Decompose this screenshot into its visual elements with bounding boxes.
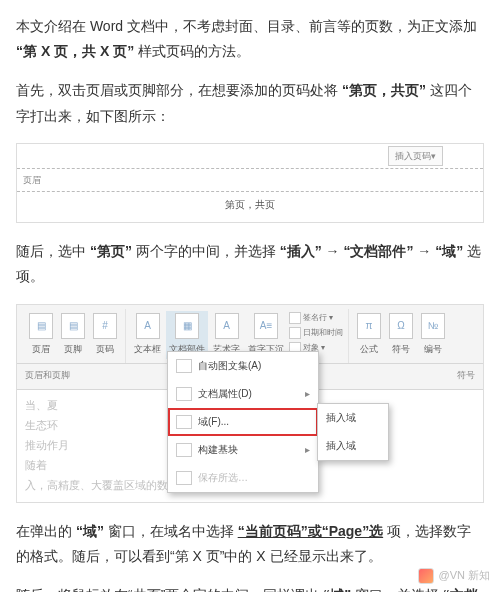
chevron-right-icon: ▸ — [305, 385, 310, 403]
autotext-icon — [176, 359, 192, 373]
quickparts-icon: ▦ — [175, 313, 199, 339]
watermark-logo-icon — [418, 568, 434, 584]
text: 本文介绍在 Word 文档中，不考虑封面、目录、前言等的页数，为正文添加 — [16, 18, 477, 34]
bold-text: “第页” — [90, 243, 132, 259]
dropcap-icon: A≡ — [254, 313, 278, 339]
bold-text: “域” — [323, 587, 351, 592]
group-label-left: 页眉和页脚 — [25, 367, 70, 383]
insert-page-number-button[interactable]: 插入页码▾ — [388, 146, 443, 166]
datetime-icon — [289, 327, 301, 339]
bold-underline-text: “当前页码”或“Page”选 — [238, 523, 383, 539]
chevron-right-icon: ▸ — [305, 441, 310, 459]
footer-icon: ▤ — [61, 313, 85, 339]
ribbon-signature-button[interactable]: 签名行 ▾ — [289, 311, 343, 325]
watermark: @VN 新知 — [418, 566, 490, 586]
text: 首先，双击页眉或页脚部分，在想要添加的页码处将 — [16, 82, 338, 98]
ribbon-group-header-footer: ▤页眉 ▤页脚 #页码 — [21, 309, 126, 363]
text: 随后，将鼠标放在“共页”两个字的中间，同样调出 — [16, 587, 319, 592]
screenshot-header-footer: 插入页码▾ 页眉 第页，共页 — [16, 143, 484, 223]
header-typed-text: 第页，共页 — [17, 192, 483, 222]
screenshot-word-ribbon: ▤页眉 ▤页脚 #页码 A文本框 ▦文档部件 A艺术字 A≡首字下沉 签名行 ▾… — [16, 304, 484, 503]
symbol-icon: Ω — [389, 313, 413, 339]
save-icon — [176, 471, 192, 485]
paragraph-intro: 本文介绍在 Word 文档中，不考虑封面、目录、前言等的页数，为正文添加 “第 … — [16, 14, 484, 64]
ribbon-footer-button[interactable]: ▤页脚 — [58, 311, 88, 359]
bold-text: “第 X 页，共 X 页” — [16, 43, 134, 59]
submenu-item[interactable]: 插入域 — [318, 432, 388, 460]
wordart-icon: A — [215, 313, 239, 339]
paragraph-step2: 随后，选中 “第页” 两个字的中间，并选择 “插入” → “文档部件” → “域… — [16, 239, 484, 289]
header-boundary: 页眉 — [17, 168, 483, 192]
text: 窗口，并选择 — [355, 587, 439, 592]
textbox-icon: A — [136, 313, 160, 339]
ribbon-textbox-button[interactable]: A文本框 — [131, 311, 164, 359]
paragraph-step3: 在弹出的 “域” 窗口，在域名中选择 “当前页码”或“Page”选 项，选择数字… — [16, 519, 484, 569]
bold-text: “域” — [435, 243, 463, 259]
buildingblocks-submenu: 插入域 插入域 — [317, 403, 389, 461]
arrow: → — [417, 243, 431, 259]
ribbon-number-button[interactable]: №编号 — [418, 311, 448, 359]
header-label: 页眉 — [23, 172, 41, 188]
ribbon-group-symbols: π公式 Ω符号 №编号 — [349, 309, 453, 363]
dropdown-docprops[interactable]: 文档属性(D)▸ — [168, 380, 318, 408]
bold-text: “域” — [76, 523, 104, 539]
arrow: → — [326, 243, 340, 259]
docprops-icon — [176, 387, 192, 401]
text: 两个字的中间，并选择 — [136, 243, 276, 259]
text: 样式页码的方法。 — [138, 43, 250, 59]
ribbon-pagenum-button[interactable]: #页码 — [90, 311, 120, 359]
page-number-icon: # — [93, 313, 117, 339]
dropdown-field[interactable]: 域(F)... — [168, 408, 318, 436]
dropdown-save[interactable]: 保存所选… — [168, 464, 318, 492]
paragraph-step4: 随后，将鼠标放在“共页”两个字的中间，同样调出 “域” 窗口，并选择 “文档的页… — [16, 583, 484, 592]
screenshot-toolbar: 插入页码▾ — [17, 144, 483, 168]
bold-text: “文档部件” — [343, 243, 413, 259]
equation-icon: π — [357, 313, 381, 339]
number-icon: № — [421, 313, 445, 339]
quickparts-dropdown: 自动图文集(A) 文档属性(D)▸ 域(F)... 构建基块▸ 保存所选… — [167, 351, 319, 493]
ribbon-symbol-button[interactable]: Ω符号 — [386, 311, 416, 359]
field-icon — [176, 415, 192, 429]
bold-text: “第页，共页” — [342, 82, 426, 98]
ribbon-datetime-button[interactable]: 日期和时间 — [289, 326, 343, 340]
ribbon-header-button[interactable]: ▤页眉 — [26, 311, 56, 359]
header-icon: ▤ — [29, 313, 53, 339]
text: 随后，选中 — [16, 243, 86, 259]
dropdown-buildingblocks[interactable]: 构建基块▸ — [168, 436, 318, 464]
dropdown-autotext[interactable]: 自动图文集(A) — [168, 352, 318, 380]
paragraph-step1: 首先，双击页眉或页脚部分，在想要添加的页码处将 “第页，共页” 这四个字打出来，… — [16, 78, 484, 128]
buildingblocks-icon — [176, 443, 192, 457]
watermark-text: @VN 新知 — [438, 566, 490, 586]
text: 在弹出的 — [16, 523, 72, 539]
bold-text: “插入” — [280, 243, 322, 259]
ribbon-equation-button[interactable]: π公式 — [354, 311, 384, 359]
text: 窗口，在域名中选择 — [108, 523, 234, 539]
submenu-item[interactable]: 插入域 — [318, 404, 388, 432]
signature-icon — [289, 312, 301, 324]
group-label-right: 符号 — [457, 367, 475, 383]
